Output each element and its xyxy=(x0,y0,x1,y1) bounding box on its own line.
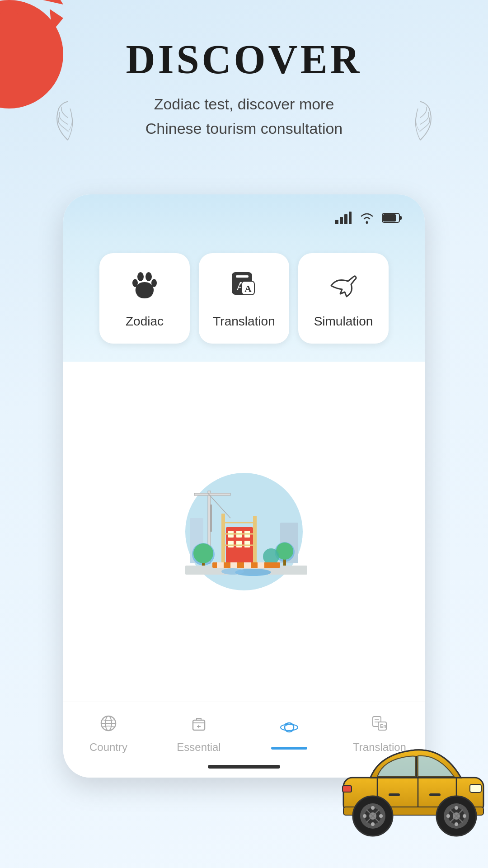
svg-point-44 xyxy=(193,543,213,563)
zodiac-label: Zodiac xyxy=(126,314,164,329)
svg-point-96 xyxy=(363,814,366,818)
wifi-icon xyxy=(359,212,375,227)
svg-point-48 xyxy=(263,548,279,565)
svg-point-87 xyxy=(455,822,458,826)
essential-nav-label: Essential xyxy=(177,741,221,754)
svg-rect-52 xyxy=(230,562,237,568)
svg-rect-27 xyxy=(194,493,230,495)
signal-icon xyxy=(335,212,352,227)
translate-icon: A A A xyxy=(228,269,260,307)
svg-rect-80 xyxy=(429,793,441,796)
svg-point-89 xyxy=(463,814,466,818)
car-decoration xyxy=(330,714,488,841)
status-bar xyxy=(63,194,425,240)
svg-point-65 xyxy=(285,723,288,726)
svg-point-56 xyxy=(221,568,244,575)
svg-rect-53 xyxy=(244,562,251,568)
svg-point-88 xyxy=(446,814,450,818)
svg-marker-4 xyxy=(43,0,63,5)
svg-rect-18 xyxy=(236,275,249,278)
svg-point-13 xyxy=(137,272,144,281)
svg-rect-6 xyxy=(340,217,343,224)
svg-point-64 xyxy=(281,724,298,731)
nav-active-indicator xyxy=(271,747,307,750)
svg-rect-12 xyxy=(383,214,396,222)
svg-rect-75 xyxy=(343,786,352,792)
svg-rect-29 xyxy=(210,505,212,532)
zodiac-menu-item[interactable]: Zodiac xyxy=(99,253,190,344)
svg-rect-38 xyxy=(253,516,257,568)
svg-point-95 xyxy=(371,822,375,826)
subtitle: Zodiac test, discover more Chinese touri… xyxy=(0,92,488,141)
nav-item-discover[interactable] xyxy=(262,718,316,750)
home-bar xyxy=(208,765,280,769)
translation-label: Translation xyxy=(213,314,275,329)
svg-rect-35 xyxy=(236,541,242,547)
svg-point-14 xyxy=(145,272,152,281)
svg-point-97 xyxy=(379,814,383,818)
svg-rect-51 xyxy=(217,562,224,568)
svg-rect-7 xyxy=(344,214,347,224)
battery-icon xyxy=(382,212,402,226)
svg-rect-8 xyxy=(349,212,352,224)
svg-rect-74 xyxy=(470,784,481,793)
svg-rect-5 xyxy=(335,220,338,224)
translation-menu-item[interactable]: A A A Translation xyxy=(199,253,289,344)
svg-point-94 xyxy=(371,806,375,810)
page-title: DISCOVER xyxy=(0,36,488,83)
svg-rect-79 xyxy=(389,793,400,796)
svg-rect-54 xyxy=(258,562,264,568)
svg-rect-36 xyxy=(244,541,250,547)
planet-icon xyxy=(280,718,299,741)
svg-rect-11 xyxy=(399,216,402,220)
globe-icon xyxy=(99,714,118,737)
content-area xyxy=(63,362,425,702)
simulation-menu-item[interactable]: Simulation xyxy=(298,253,389,344)
simulation-label: Simulation xyxy=(314,314,373,329)
svg-text:A: A xyxy=(244,283,252,294)
plane-icon xyxy=(328,269,359,307)
country-nav-label: Country xyxy=(89,741,127,754)
paw-icon xyxy=(129,269,160,307)
svg-point-86 xyxy=(455,806,458,810)
header-section: DISCOVER Zodiac test, discover more Chin… xyxy=(0,36,488,141)
city-illustration xyxy=(163,464,325,599)
box-icon xyxy=(189,714,208,737)
svg-point-9 xyxy=(366,221,368,223)
menu-grid: Zodiac A A A Translation xyxy=(81,253,407,344)
nav-item-country[interactable]: Country xyxy=(81,714,136,754)
app-menu: Zodiac A A A Translation xyxy=(63,240,425,362)
nav-item-essential[interactable]: Essential xyxy=(172,714,226,754)
svg-rect-34 xyxy=(228,541,234,547)
phone-frame: Zodiac A A A Translation xyxy=(63,194,425,778)
svg-rect-37 xyxy=(221,514,225,568)
